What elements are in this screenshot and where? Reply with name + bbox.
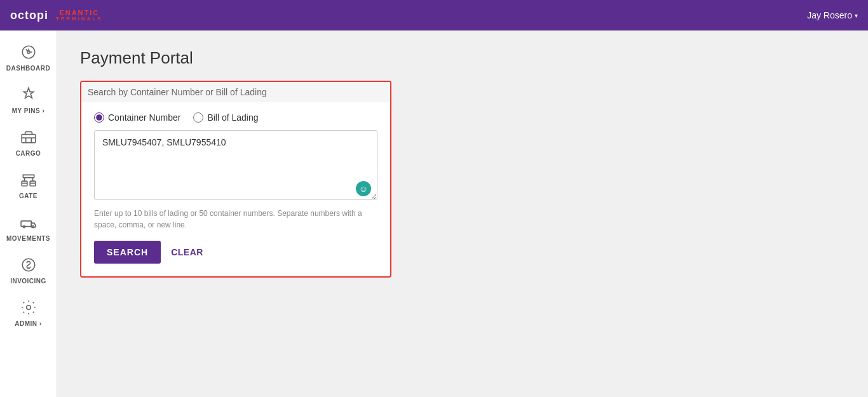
sidebar-admin-label: ADMIN › [15,320,41,327]
movements-icon [18,212,39,232]
radio-container-label: Container Number [108,112,180,123]
octopi-logo: octopi [10,9,48,22]
brand-top: enantic [59,10,99,17]
main-content: Payment Portal Search by Container Numbe… [57,30,868,397]
search-card: Search by Container Number or Bill of La… [80,81,391,278]
button-row: SEARCH CLEAR [94,241,377,264]
textarea-wrap: SMLU7945407, SMLU7955410 ☺ [94,130,377,203]
invoicing-icon [18,255,39,275]
sidebar-item-cargo[interactable]: CARGO [0,121,57,163]
user-menu-chevron: ▾ [855,12,858,19]
svg-rect-2 [22,135,36,143]
clear-button[interactable]: CLEAR [171,247,203,257]
main-layout: DASHBOARD MY PINS › CARGO GATE MOVEMENTS [0,30,868,397]
pins-icon [18,84,39,105]
search-button[interactable]: SEARCH [94,241,161,264]
terminal-logo: enantic terminals [56,10,103,22]
user-name: Jay Rosero [807,10,852,20]
hint-text: Enter up to 10 bills of lading or 50 con… [94,208,377,231]
topnav-left: octopi enantic terminals [10,9,103,22]
radio-container-number[interactable]: Container Number [94,112,180,123]
sidebar-item-gate[interactable]: GATE [0,163,57,206]
top-navigation: octopi enantic terminals Jay Rosero ▾ [0,0,868,30]
radio-container-input[interactable] [94,112,104,123]
svg-rect-8 [21,221,31,227]
radio-bol-label: Bill of Lading [207,112,258,123]
user-menu[interactable]: Jay Rosero ▾ [807,10,858,20]
search-card-label: Search by Container Number or Bill of La… [81,82,390,102]
sidebar-item-admin[interactable]: ADMIN › [0,291,57,333]
radio-group: Container Number Bill of Lading [94,112,377,123]
smile-icon: ☺ [356,181,371,196]
sidebar-pins-label: MY PINS › [12,107,45,114]
sidebar-movements-label: MOVEMENTS [6,235,50,242]
sidebar-gate-label: GATE [19,192,37,199]
sidebar: DASHBOARD MY PINS › CARGO GATE MOVEMENTS [0,30,57,397]
admin-icon [18,297,39,318]
cargo-icon [18,127,39,147]
sidebar-item-movements[interactable]: MOVEMENTS [0,206,57,248]
gate-icon [18,170,39,190]
radio-bol-input[interactable] [193,112,203,123]
sidebar-item-dashboard[interactable]: DASHBOARD [0,36,57,78]
sidebar-item-my-pins[interactable]: MY PINS › [0,78,57,121]
sidebar-item-invoicing[interactable]: INVOICING [0,248,57,291]
dashboard-icon [18,42,39,62]
sidebar-dashboard-label: DASHBOARD [6,65,51,72]
page-title: Payment Portal [80,48,845,68]
svg-point-12 [26,306,31,310]
search-textarea[interactable]: SMLU7945407, SMLU7955410 [94,130,377,200]
brand-bottom: terminals [56,17,103,22]
sidebar-cargo-label: CARGO [16,150,41,157]
radio-bill-of-lading[interactable]: Bill of Lading [193,112,258,123]
sidebar-invoicing-label: INVOICING [10,278,46,285]
